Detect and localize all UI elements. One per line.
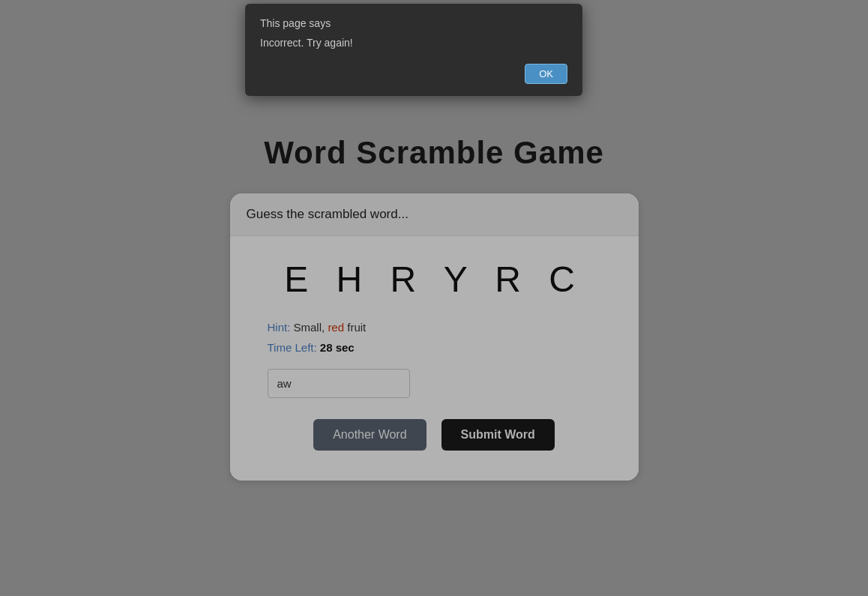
dialog-box: This page says Incorrect. Try again! OK bbox=[245, 4, 582, 96]
dialog-overlay: This page says Incorrect. Try again! OK bbox=[0, 0, 868, 596]
dialog-message: Incorrect. Try again! bbox=[260, 37, 567, 49]
dialog-title: This page says bbox=[260, 17, 567, 29]
dialog-ok-button[interactable]: OK bbox=[525, 64, 567, 84]
dialog-footer: OK bbox=[260, 64, 567, 84]
